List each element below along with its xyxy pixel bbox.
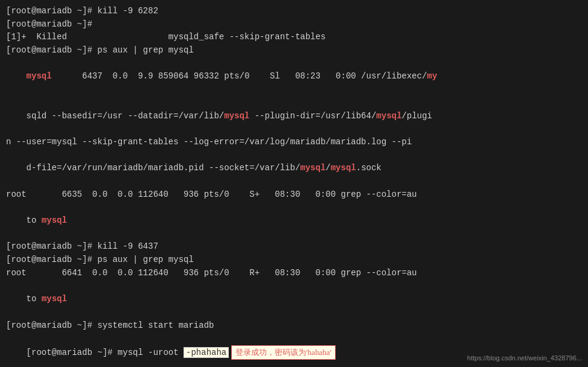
terminal-line: [1]+ Killed mysqld_safe --skip-grant-tab…: [6, 31, 582, 44]
login-annotation: 登录成功，密码该为'hahaha': [231, 345, 336, 360]
watermark: https://blog.csdn.net/weixin_4328796...: [467, 353, 582, 363]
terminal-line: to mysql: [6, 201, 582, 240]
terminal-line: [root@mariadb ~]# kill -9 6437: [6, 240, 582, 254]
terminal-line: [root@mariadb ~]#: [6, 18, 582, 31]
password-input-display: -phahaha: [184, 347, 229, 358]
mysql-keyword: mysql: [376, 111, 401, 121]
terminal-line: n --user=mysql --skip-grant-tables --log…: [6, 136, 582, 149]
terminal-line: [root@mariadb ~]# systemctl start mariad…: [6, 319, 582, 333]
mysql-keyword: mysql: [300, 163, 325, 173]
mysql-keyword: mysql: [27, 71, 52, 81]
login-prompt: [root@mariadb ~]# mysql -uroot: [27, 348, 184, 357]
terminal-line: [root@mariadb ~]# ps aux | grep mysql: [6, 44, 582, 57]
terminal-line: mysql 6437 0.0 9.9 859064 96332 pts/0 Sl…: [6, 57, 582, 97]
terminal-line: to mysql: [6, 279, 582, 319]
terminal-line: root 6641 0.0 0.0 112640 936 pts/0 R+ 08…: [6, 267, 582, 280]
terminal-line: d-file=/var/run/mariadb/mariadb.pid --so…: [6, 149, 582, 188]
terminal-line: root 6635 0.0 0.0 112640 936 pts/0 S+ 08…: [6, 188, 582, 202]
mysql-keyword: mysql: [224, 111, 249, 121]
mysql-keyword: mysql: [42, 215, 67, 225]
terminal-window: [root@mariadb ~]# kill -9 6282 [root@mar…: [0, 0, 588, 367]
terminal-line: [root@mariadb ~]# ps aux | grep mysql: [6, 254, 582, 267]
mysql-keyword: mysql: [42, 294, 67, 304]
mysql-keyword: mysql: [331, 163, 356, 173]
terminal-line: sqld --basedir=/usr --datadir=/var/lib/m…: [6, 97, 582, 136]
terminal-line: [root@mariadb ~]# kill -9 6282: [6, 5, 582, 18]
mysql-keyword: my: [427, 71, 437, 81]
